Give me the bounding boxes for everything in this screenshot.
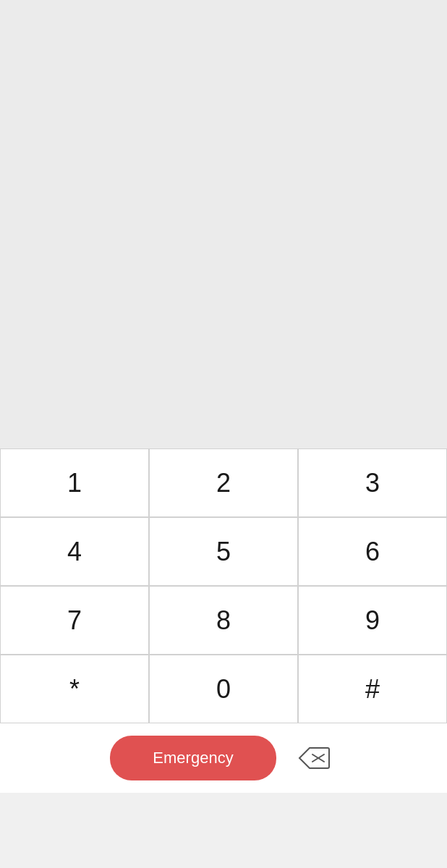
key-0-label: 0 (216, 676, 231, 702)
key-1-label: 1 (67, 470, 82, 496)
backspace-button[interactable] (291, 739, 337, 777)
key-1[interactable]: 1 (0, 448, 149, 517)
key-8-label: 8 (216, 608, 231, 634)
key-0[interactable]: 0 (149, 655, 298, 723)
key-6[interactable]: 6 (298, 517, 447, 586)
key-7-label: 7 (67, 608, 82, 634)
key-3[interactable]: 3 (298, 448, 447, 517)
key-6-label: 6 (365, 539, 380, 565)
key-7[interactable]: 7 (0, 586, 149, 655)
key-3-label: 3 (365, 470, 380, 496)
key-star[interactable]: * (0, 655, 149, 723)
key-hash[interactable]: # (298, 655, 447, 723)
key-4-label: 4 (67, 539, 82, 565)
keypad-grid: 1 2 3 4 5 6 7 8 9 * 0 (0, 448, 447, 723)
key-5-label: 5 (216, 539, 231, 565)
emergency-button[interactable]: Emergency (110, 736, 276, 780)
backspace-icon (298, 746, 330, 770)
key-9-label: 9 (365, 608, 380, 634)
key-2-label: 2 (216, 470, 231, 496)
keypad-area: 1 2 3 4 5 6 7 8 9 * 0 (0, 448, 447, 793)
key-2[interactable]: 2 (149, 448, 298, 517)
key-hash-label: # (365, 676, 380, 702)
top-area (0, 0, 447, 448)
key-9[interactable]: 9 (298, 586, 447, 655)
key-star-label: * (69, 676, 80, 702)
key-4[interactable]: 4 (0, 517, 149, 586)
key-8[interactable]: 8 (149, 586, 298, 655)
key-5[interactable]: 5 (149, 517, 298, 586)
bottom-row: Emergency (0, 723, 447, 793)
